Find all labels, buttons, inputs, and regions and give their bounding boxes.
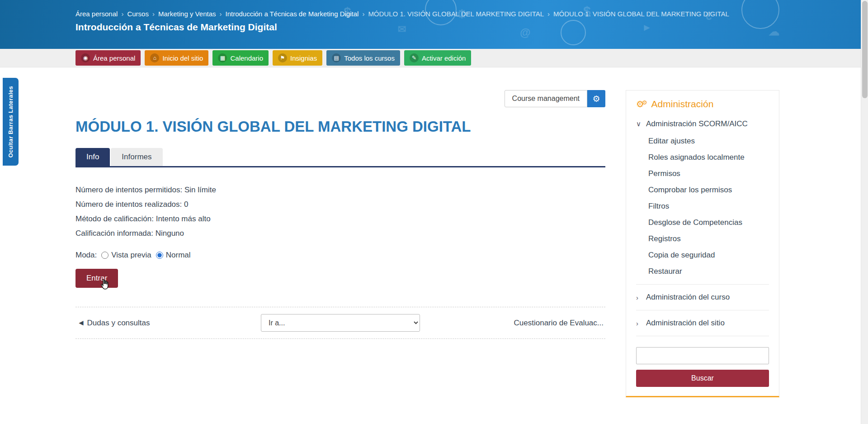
breadcrumb-item[interactable]: MÓDULO 1. VISIÓN GLOBAL DEL MARKETING DI… — [368, 10, 544, 18]
activity-navigation: ◄ Dudas y consultas Ir a... Cuestionario… — [75, 307, 605, 339]
quick-links-toolbar: ◉ Área personal ⌂ Inicio del sitio ▦ Cal… — [0, 49, 868, 67]
administration-block-title: Administración — [651, 99, 714, 110]
main-column: Course management ⚙ MÓDULO 1. VISIÓN GLO… — [75, 67, 605, 424]
mouse-cursor — [100, 279, 110, 291]
edit-icon: ✎ — [410, 53, 419, 62]
mode-option-normal-label[interactable]: Normal — [166, 251, 191, 260]
divider — [636, 284, 769, 285]
insignias-button[interactable]: ⚑ Insignias — [273, 50, 322, 66]
scorm-admin-links: Editar ajustes Roles asignados localment… — [636, 133, 769, 280]
chevron-down-icon: ∨ — [636, 120, 642, 128]
buscar-button[interactable]: Buscar — [636, 370, 769, 387]
tree-item-label: Administración SCORM/AICC — [646, 119, 748, 129]
breadcrumb-separator: › — [362, 10, 364, 18]
mode-selector: Moda: Vista previa Normal — [75, 251, 605, 260]
dashboard-icon: ◉ — [81, 53, 90, 62]
prev-activity-link[interactable]: ◄ Dudas y consultas — [77, 319, 261, 328]
button-label: Área personal — [93, 54, 135, 62]
home-icon: ⌂ — [150, 53, 159, 62]
inicio-del-sitio-button[interactable]: ⌂ Inicio del sitio — [145, 50, 208, 66]
breadcrumb-item[interactable]: Marketing y Ventas — [158, 10, 216, 18]
jump-to-select[interactable]: Ir a... — [261, 314, 420, 332]
content-area: Course management ⚙ MÓDULO 1. VISIÓN GLO… — [0, 67, 868, 424]
course-management-button[interactable]: Course management — [505, 90, 587, 107]
button-label: Activar edición — [422, 54, 466, 62]
info-line-grading-method: Método de calificación: Intento más alto — [75, 214, 605, 224]
badge-icon: ⚑ — [278, 53, 287, 62]
enter-button[interactable]: Entrar — [75, 269, 118, 288]
tab-info[interactable]: Info — [75, 148, 110, 166]
link-comprobar-permisos[interactable]: Comprobar los permisos — [648, 182, 769, 198]
link-desglose-competencias[interactable]: Desglose de Competencias — [648, 214, 769, 231]
link-registros[interactable]: Registros — [648, 231, 769, 247]
breadcrumb-separator: › — [547, 10, 550, 18]
breadcrumb-item[interactable]: Área personal — [75, 10, 118, 18]
breadcrumb-item: MÓDULO 1. VISIÓN GLOBAL DEL MARKETING DI… — [553, 10, 729, 18]
divider — [636, 336, 769, 336]
site-header: $ ✉ ⚙ @ $ ► € ☁ Área personal › Cursos ›… — [0, 0, 868, 49]
breadcrumb: Área personal › Cursos › Marketing y Ven… — [75, 10, 868, 18]
button-label: Insignias — [290, 54, 317, 62]
tab-bar: Info Informes — [75, 148, 605, 167]
chevron-right-icon: › — [636, 319, 642, 327]
calendario-button[interactable]: ▦ Calendario — [212, 50, 269, 66]
course-management-control: Course management ⚙ — [505, 90, 605, 107]
link-editar-ajustes[interactable]: Editar ajustes — [648, 133, 769, 149]
tree-item-site-admin[interactable]: › Administración del sitio — [636, 315, 769, 331]
todos-los-cursos-button[interactable]: ▤ Todos los cursos — [326, 50, 400, 66]
tree-item-label: Administración del sitio — [646, 319, 725, 328]
gear-icon[interactable]: ⚙ — [587, 90, 605, 107]
administration-block: ⚙⚙ Administración ∨ Administración SCORM… — [626, 90, 779, 397]
hide-sidebars-label: Ocultar Barras Laterales — [7, 86, 14, 157]
button-label: Todos los cursos — [344, 54, 395, 62]
mode-radio-preview[interactable] — [101, 252, 108, 259]
breadcrumb-separator: › — [220, 10, 222, 18]
info-line-attempts-made: Número de intentos realizados: 0 — [75, 200, 605, 209]
scorm-info: Número de intentos permitidos: Sin límit… — [75, 186, 605, 238]
breadcrumb-separator: › — [152, 10, 155, 18]
breadcrumb-separator: › — [121, 10, 123, 18]
mode-option-preview-label[interactable]: Vista previa — [111, 251, 151, 260]
tree-item-scorm-aicc[interactable]: ∨ Administración SCORM/AICC — [636, 116, 769, 132]
module-heading: MÓDULO 1. VISIÓN GLOBAL DEL MARKETING DI… — [75, 118, 605, 135]
breadcrumb-item[interactable]: Introducción a Técnicas de Marketing Dig… — [226, 10, 359, 18]
breadcrumb-item[interactable]: Cursos — [127, 10, 149, 18]
courses-icon: ▤ — [332, 53, 341, 62]
moodle-page: $ ✉ ⚙ @ $ ► € ☁ Área personal › Cursos ›… — [0, 0, 868, 424]
activar-edicion-button[interactable]: ✎ Activar edición — [404, 50, 472, 66]
link-roles-asignados[interactable]: Roles asignados localmente — [648, 149, 769, 166]
right-sidebar: ⚙⚙ Administración ∨ Administración SCORM… — [626, 67, 779, 424]
mode-label: Moda: — [75, 251, 97, 260]
gears-icon: ⚙⚙ — [636, 100, 647, 109]
link-filtros[interactable]: Filtros — [648, 198, 769, 214]
tree-item-label: Administración del curso — [646, 293, 730, 302]
link-restaurar[interactable]: Restaurar — [648, 263, 769, 280]
button-label: Calendario — [230, 54, 263, 62]
tab-informes[interactable]: Informes — [111, 148, 162, 166]
link-permisos[interactable]: Permisos — [648, 166, 769, 182]
next-activity-link[interactable]: Cuestionario de Evaluac... — [420, 319, 604, 328]
area-personal-button[interactable]: ◉ Área personal — [75, 50, 141, 66]
link-copia-seguridad[interactable]: Copia de seguridad — [648, 247, 769, 263]
mode-radio-normal[interactable] — [156, 252, 163, 259]
calendar-icon: ▦ — [218, 53, 227, 62]
info-line-attempts-allowed: Número de intentos permitidos: Sin límit… — [75, 186, 605, 195]
tree-item-course-admin[interactable]: › Administración del curso — [636, 289, 769, 305]
course-title: Introducción a Técnicas de Marketing Dig… — [75, 22, 868, 33]
administration-tree: ∨ Administración SCORM/AICC Editar ajust… — [636, 116, 769, 336]
admin-search-input[interactable] — [636, 347, 769, 364]
chevron-right-icon: › — [636, 294, 642, 301]
divider — [636, 310, 769, 310]
hide-sidebars-tab[interactable]: Ocultar Barras Laterales — [3, 78, 19, 166]
info-line-grade-reported: Calificación informada: Ninguno — [75, 229, 605, 238]
browser-scrollbar — [861, 0, 868, 424]
button-label: Inicio del sitio — [162, 54, 203, 62]
